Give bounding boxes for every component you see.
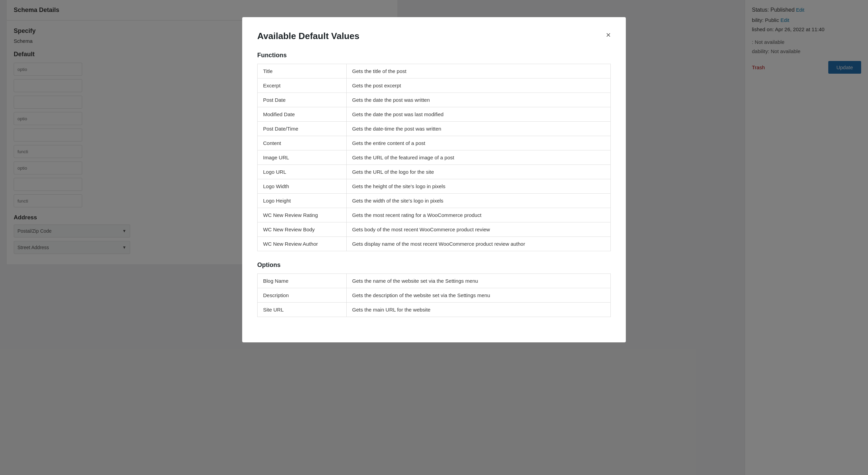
functions-table-row: Logo URL Gets the URL of the logo for th… [258, 165, 611, 179]
options-row-desc: Gets the name of the website set via the… [347, 274, 611, 288]
functions-section: Functions Title Gets the title of the po… [257, 52, 611, 251]
options-row-name: Blog Name [258, 274, 347, 288]
functions-row-name: WC New Review Rating [258, 208, 347, 222]
functions-row-name: Image URL [258, 150, 347, 165]
functions-row-name: Title [258, 64, 347, 78]
options-row-desc: Gets the main URL for the website [347, 303, 611, 317]
options-row-name: Description [258, 288, 347, 303]
functions-table-row: WC New Review Body Gets body of the most… [258, 222, 611, 237]
functions-row-name: Modified Date [258, 107, 347, 122]
functions-row-desc: Gets the width of the site's logo in pix… [347, 194, 611, 208]
options-row-desc: Gets the description of the website set … [347, 288, 611, 303]
functions-row-name: Excerpt [258, 78, 347, 93]
functions-row-desc: Gets display name of the most recent Woo… [347, 237, 611, 251]
functions-table-row: Title Gets the title of the post [258, 64, 611, 78]
options-table-row: Site URL Gets the main URL for the websi… [258, 303, 611, 317]
options-table: Blog Name Gets the name of the website s… [257, 273, 611, 317]
functions-row-name: Content [258, 136, 347, 150]
functions-table-row: Image URL Gets the URL of the featured i… [258, 150, 611, 165]
functions-heading: Functions [257, 52, 611, 59]
functions-table-row: Logo Height Gets the width of the site's… [258, 194, 611, 208]
functions-row-desc: Gets body of the most recent WooCommerce… [347, 222, 611, 237]
functions-row-desc: Gets the date the post was written [347, 93, 611, 107]
options-heading: Options [257, 261, 611, 269]
functions-row-desc: Gets the entire content of a post [347, 136, 611, 150]
functions-row-name: WC New Review Author [258, 237, 347, 251]
functions-table-row: Content Gets the entire content of a pos… [258, 136, 611, 150]
functions-row-name: WC New Review Body [258, 222, 347, 237]
functions-row-desc: Gets the most recent rating for a WooCom… [347, 208, 611, 222]
functions-row-desc: Gets the date-time the post was written [347, 122, 611, 136]
modal-dialog: Available Default Values × Functions Tit… [242, 17, 626, 342]
functions-row-name: Post Date [258, 93, 347, 107]
functions-row-name: Logo URL [258, 165, 347, 179]
functions-table: Title Gets the title of the post Excerpt… [257, 64, 611, 251]
functions-row-desc: Gets the date the post was last modified [347, 107, 611, 122]
functions-table-row: Modified Date Gets the date the post was… [258, 107, 611, 122]
functions-row-desc: Gets the URL of the logo for the site [347, 165, 611, 179]
functions-table-row: WC New Review Author Gets display name o… [258, 237, 611, 251]
functions-table-row: Logo Width Gets the height of the site's… [258, 179, 611, 194]
modal-title: Available Default Values [257, 31, 359, 41]
modal-header: Available Default Values × [257, 31, 611, 41]
options-row-name: Site URL [258, 303, 347, 317]
functions-table-row: Post Date/Time Gets the date-time the po… [258, 122, 611, 136]
options-section: Options Blog Name Gets the name of the w… [257, 261, 611, 317]
functions-table-row: Excerpt Gets the post excerpt [258, 78, 611, 93]
functions-row-name: Logo Height [258, 194, 347, 208]
functions-table-row: WC New Review Rating Gets the most recen… [258, 208, 611, 222]
functions-row-desc: Gets the height of the site's logo in pi… [347, 179, 611, 194]
options-table-row: Description Gets the description of the … [258, 288, 611, 303]
functions-row-desc: Gets the URL of the featured image of a … [347, 150, 611, 165]
functions-row-desc: Gets the post excerpt [347, 78, 611, 93]
options-table-row: Blog Name Gets the name of the website s… [258, 274, 611, 288]
functions-table-row: Post Date Gets the date the post was wri… [258, 93, 611, 107]
modal-close-button[interactable]: × [606, 31, 611, 39]
functions-row-name: Post Date/Time [258, 122, 347, 136]
functions-row-name: Logo Width [258, 179, 347, 194]
functions-row-desc: Gets the title of the post [347, 64, 611, 78]
